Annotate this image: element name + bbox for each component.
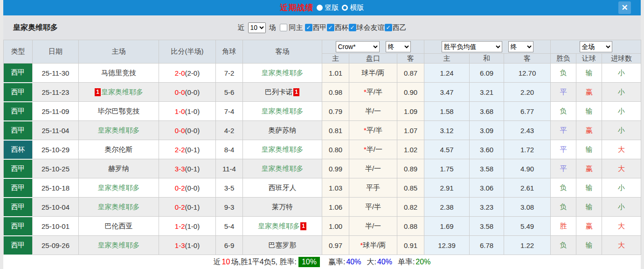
table-row: 西甲 25-11-23 1皇家奥维耶多 0-0(0-0) 5-6 巴列卡诺1 0…	[4, 83, 641, 102]
home-team-cell: 皇家奥维耶多	[79, 178, 159, 198]
checkbox-checked-icon[interactable]: ✓	[349, 24, 356, 31]
result-goals-cell: 小	[602, 64, 641, 83]
result-goals-cell: 小	[602, 178, 641, 198]
subheader-avg-home: 主	[424, 54, 470, 64]
table-row: 西甲 25-11-04 皇家奥维耶多 0-0(0-0) 4-2 奥萨苏纳 0.8…	[4, 121, 641, 140]
home-team-cell: 皇家奥维耶多	[79, 121, 159, 140]
league-filter[interactable]: ✓ 西杯	[327, 23, 349, 32]
corner-cell: 7-4	[216, 102, 243, 121]
odds-home-cell: 1.03	[322, 178, 349, 198]
result-wdl-cell: 负	[551, 198, 576, 217]
match-type-label: 西甲	[11, 126, 25, 134]
match-type-label: 西杯	[11, 145, 25, 153]
summary-bar: 近10场,胜1平4负5, 胜率: 10% 赢率:40% 大:40% 单率:20%	[3, 255, 641, 269]
checkbox-checked-icon[interactable]: ✓	[305, 24, 312, 31]
league-filter[interactable]: ✓ 西甲	[305, 23, 327, 32]
odds-away-cell: 0.88	[397, 217, 424, 236]
halftime-score: (1-0)	[185, 107, 200, 115]
avg-type-select[interactable]: 胜平负均值	[442, 41, 502, 52]
away-team-name: 莱万特	[272, 203, 293, 211]
radio-unselected-icon[interactable]	[342, 5, 348, 11]
match-type-badge: 西杯	[4, 140, 33, 159]
same-home-label: 同主	[289, 23, 303, 32]
avg-draw-cell: 3.68	[470, 102, 504, 121]
result-wdl-cell: 平	[551, 159, 576, 178]
header-score: 比分(半场)	[159, 40, 216, 64]
layout-option-horizontal[interactable]: 横版	[342, 3, 364, 12]
checkbox-checked-icon[interactable]: ✓	[327, 24, 334, 31]
avg-away-cell: 5.49	[504, 217, 551, 236]
match-type-badge: 西甲	[4, 64, 33, 83]
league-filter-label: 西杯	[335, 23, 349, 32]
match-type-label: 西甲	[11, 68, 25, 76]
subheader-result-wdl: 胜负	[551, 54, 576, 64]
layout-option-vertical[interactable]: 竖版	[317, 3, 339, 12]
single-rate-value: 20%	[415, 258, 430, 266]
odds-company-select[interactable]: Crow*	[336, 41, 380, 52]
league-filter-label: 西乙	[393, 23, 407, 32]
team-name: 皇家奥维耶多	[13, 23, 58, 33]
halftime-score: (0-0)	[185, 184, 200, 192]
avg-draw-cell: 3.21	[470, 83, 504, 102]
table-row: 西甲 25-10-25 赫罗纳 3-3(0-1) 11-4 皇家奥维耶多 0.9…	[4, 159, 641, 178]
home-team-name: 巴伦西亚	[105, 222, 133, 230]
filters-group: 近 10 场 同主 ✓ 西甲 ✓ 西杯 ✓ 球会友谊 ✓ 西乙	[238, 22, 407, 33]
avg-away-cell: 3.08	[504, 198, 551, 217]
home-team-name: 皇家奥维耶多	[101, 88, 143, 96]
handicap-value: 球半/两	[361, 69, 384, 77]
checkbox-unchecked-icon[interactable]	[280, 24, 287, 31]
match-type-badge: 西甲	[4, 83, 33, 102]
avg-away-cell: 2.20	[504, 83, 551, 102]
radio-selected-icon[interactable]	[317, 5, 323, 11]
odds-home-cell: 1.01	[322, 64, 349, 83]
score-cell: 2-0(2-0)	[159, 64, 216, 83]
league-filter[interactable]: ✓ 球会友谊	[349, 23, 385, 32]
title-group: 近期战绩 竖版 横版	[280, 2, 364, 13]
avg-home-cell: 4.57	[424, 140, 470, 159]
away-team-cell: 西班牙人	[243, 178, 322, 198]
handicap-value: 半/一	[367, 145, 382, 153]
match-count-select[interactable]: 10	[248, 22, 266, 33]
handicap-value: 半/一	[365, 222, 381, 230]
halftime-score: (0-1)	[185, 146, 200, 154]
halftime-score: (0-1)	[185, 203, 200, 211]
odds-away-cell: 1.02	[397, 140, 424, 159]
match-date: 25-10-04	[33, 198, 79, 217]
matches-label: 场	[269, 23, 276, 32]
away-team-name: 皇家奥维耶多	[258, 222, 300, 230]
fulltime-score: 0-2	[175, 184, 185, 192]
handicap-value: 平/半	[367, 126, 382, 134]
odds-away-cell: 0.87	[397, 64, 424, 83]
handicap-cell: 半/一	[349, 102, 397, 121]
same-home-filter[interactable]: 同主	[278, 23, 303, 32]
odds-time-select-1[interactable]: 终	[386, 41, 411, 52]
corner-cell: 9-3	[216, 198, 243, 217]
score-cell: 0-0(0-0)	[159, 83, 216, 102]
result-handicap-cell: 输	[576, 178, 602, 198]
handicap-cell: 平手	[349, 178, 397, 198]
away-team-name: 皇家奥维耶多	[262, 107, 304, 115]
corner-cell: 3-5	[216, 178, 243, 198]
scope-group-header: 全场	[551, 40, 641, 54]
match-date: 25-11-23	[33, 83, 79, 102]
scope-select[interactable]: 全场	[580, 41, 612, 52]
table-row: 西甲 25-10-01 巴伦西亚 1-2(1-0) 5-4 皇家奥维耶多1 1.…	[4, 217, 641, 236]
match-date: 25-11-09	[33, 102, 79, 121]
away-team-cell: 皇家奥维耶多	[243, 159, 322, 178]
avg-away-cell: 1.22	[504, 236, 551, 255]
big-rate-value: 40%	[377, 258, 392, 266]
score-cell: 1-3(1-0)	[159, 236, 216, 255]
handicap-rate-value: 40%	[346, 258, 361, 266]
match-type-label: 西甲	[11, 222, 25, 230]
checkbox-checked-icon[interactable]: ✓	[385, 24, 392, 31]
away-team-name: 皇家奥维耶多	[262, 164, 304, 172]
odds-home-cell: 0.99	[322, 159, 349, 178]
home-team-cell: 马德里竞技	[79, 64, 159, 83]
league-filter[interactable]: ✓ 西乙	[385, 23, 407, 32]
odds-time-select-2[interactable]: 终	[508, 41, 533, 52]
summary-record-text: 场,胜1平4负5, 胜率:	[231, 257, 296, 267]
result-wdl-cell: 负	[551, 236, 576, 255]
odds-away-cell: 0.89	[397, 159, 424, 178]
result-wdl-cell: 负	[551, 102, 576, 121]
close-button[interactable]: ✕	[618, 1, 631, 14]
